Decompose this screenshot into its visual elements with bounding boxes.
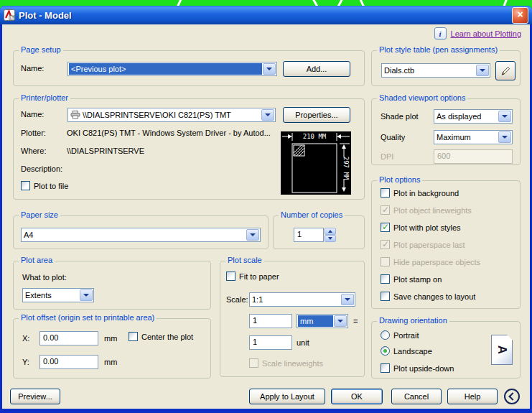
fewer-options-button[interactable] — [504, 389, 520, 404]
plot-style-value: Dials.ctb — [382, 64, 475, 77]
spin-down-icon[interactable] — [325, 235, 336, 242]
learn-about-plotting-link[interactable]: Learn about Plotting — [451, 29, 521, 38]
plot-offset-group-title: Plot offset (origin set to printable are… — [19, 313, 157, 322]
checkbox-box[interactable] — [21, 181, 30, 190]
add-page-setup-button[interactable]: Add... — [283, 61, 350, 77]
portrait-label: Portrait — [393, 331, 419, 340]
paper-unit-select[interactable]: mm — [297, 314, 348, 328]
what-to-plot-label: What to plot: — [22, 273, 67, 282]
help-button[interactable]: Help — [447, 389, 498, 404]
offset-y-label: Y: — [22, 358, 29, 366]
checkbox-box[interactable] — [381, 223, 390, 232]
printer-name-value: \\DIALSPRINTSERVE\OKI C821(PS) TMT — [83, 111, 231, 119]
spinner-buttons — [325, 228, 336, 242]
quality-select[interactable]: Maximum — [434, 130, 513, 144]
page-setup-name-label: Name: — [21, 64, 44, 73]
plot-stamp-on-checkbox[interactable]: Plot stamp on — [381, 274, 442, 284]
fit-to-paper-checkbox[interactable]: Fit to paper — [226, 272, 279, 281]
title-bar[interactable]: LT Plot - Model × — [0, 6, 532, 24]
dpi-field: 600 — [434, 149, 513, 164]
scale-select[interactable]: 1:1 — [249, 292, 355, 307]
ok-button[interactable]: OK — [331, 389, 383, 404]
info-icon[interactable]: i — [434, 27, 447, 40]
copies-stepper[interactable]: 1 — [294, 228, 336, 242]
plot-to-file-checkbox[interactable]: Plot to file — [21, 181, 68, 190]
help-link-row: i Learn about Plotting — [434, 27, 521, 40]
page-setup-group: Page setup Name: <Previous plot> Add... — [13, 50, 365, 86]
chevron-down-icon[interactable] — [263, 63, 276, 75]
quality-label: Quality — [381, 133, 405, 141]
chevron-down-icon[interactable] — [80, 289, 93, 301]
copies-value[interactable]: 1 — [294, 228, 324, 242]
drawing-units-field[interactable]: 1 — [249, 335, 292, 350]
close-icon[interactable]: × — [512, 7, 528, 24]
paper-size-group-title: Paper size — [19, 210, 60, 219]
chevron-down-icon[interactable] — [334, 315, 347, 327]
shade-plot-select[interactable]: As displayed — [434, 109, 513, 124]
what-to-plot-select[interactable]: Extents — [22, 288, 94, 302]
plot-style-select[interactable]: Dials.ctb — [381, 63, 490, 78]
checkbox-box[interactable] — [381, 292, 390, 301]
radio-dot[interactable] — [381, 346, 390, 356]
printer-properties-button[interactable]: Properties... — [283, 107, 350, 123]
checkbox-box[interactable] — [381, 363, 390, 373]
checkbox-box — [381, 240, 390, 249]
scale-lineweights-label: Scale lineweights — [262, 359, 323, 368]
dialog-body: i Learn about Plotting Page setup Name: … — [2, 24, 530, 409]
apply-to-layout-button[interactable]: Apply to Layout — [249, 389, 325, 404]
offset-y-unit: mm — [104, 358, 117, 366]
printer-name-select[interactable]: \\DIALSPRINTSERVE\OKI C821(PS) TMT — [67, 108, 276, 122]
plot-upside-down-checkbox[interactable]: Plot upside-down — [381, 363, 454, 373]
paper-size-select[interactable]: A4 — [21, 228, 261, 242]
page-setup-name-select[interactable]: <Previous plot> — [67, 62, 277, 76]
save-changes-to-layout-checkbox[interactable]: Save changes to layout — [381, 292, 475, 301]
offset-x-field[interactable]: 0.00 — [39, 331, 98, 345]
printer-name-label: Name: — [21, 110, 44, 119]
plotter-label: Plotter: — [21, 129, 46, 137]
checkbox-box[interactable] — [226, 272, 235, 281]
paper-width-dimension: 210 MM — [303, 133, 327, 140]
plot-with-plot-styles-checkbox[interactable]: Plot with plot styles — [381, 223, 461, 232]
paper-length-field[interactable]: 1 — [249, 314, 292, 328]
equals-sign: = — [353, 317, 358, 325]
orientation-page-icon: A — [491, 335, 513, 365]
plot-upside-down-label: Plot upside-down — [393, 364, 454, 373]
svg-text:LT: LT — [10, 16, 14, 20]
checkbox-box[interactable] — [381, 188, 390, 198]
preview-button[interactable]: Preview... — [10, 389, 60, 404]
landscape-radio[interactable]: Landscape — [381, 346, 432, 356]
chevron-down-icon[interactable] — [261, 109, 274, 121]
paper-height-dimension: 297 MM — [342, 157, 350, 180]
plot-offset-group: Plot offset (origin set to printable are… — [13, 318, 211, 379]
edit-plot-style-button[interactable] — [495, 61, 515, 80]
screen: LT Plot - Model × i Learn about Plotting… — [0, 0, 532, 413]
plot-in-background-checkbox[interactable]: Plot in background — [381, 188, 459, 198]
plot-options-group: Plot options Plot in background Plot obj… — [371, 180, 521, 309]
plot-area-group-title: Plot area — [19, 256, 55, 264]
cancel-button[interactable]: Cancel — [391, 389, 442, 404]
rotated-a-glyph: A — [495, 345, 509, 354]
chevron-down-icon[interactable] — [341, 294, 354, 305]
chevron-down-icon[interactable] — [498, 131, 511, 143]
portrait-radio[interactable]: Portrait — [381, 330, 419, 340]
radio-dot[interactable] — [381, 330, 390, 340]
chevron-down-icon[interactable] — [498, 111, 511, 122]
offset-x-label: X: — [22, 334, 29, 343]
page-setup-name-value: <Previous plot> — [69, 63, 262, 75]
offset-y-field[interactable]: 0.00 — [39, 355, 98, 369]
checkbox-box — [381, 205, 390, 215]
number-of-copies-group: Number of copies 1 — [273, 215, 365, 249]
spin-up-icon[interactable] — [325, 228, 336, 235]
chevron-down-icon[interactable] — [246, 229, 259, 241]
checkbox-box[interactable] — [129, 332, 138, 341]
center-the-plot-checkbox[interactable]: Center the plot — [129, 332, 193, 341]
where-value: \\DIALSPRINTSERVE — [67, 147, 144, 155]
plotter-value: OKI C821(PS) TMT - Windows System Driver… — [67, 129, 271, 137]
window-title: Plot - Model — [19, 10, 72, 21]
chevron-down-icon[interactable] — [476, 65, 489, 76]
description-label: Description: — [21, 164, 62, 173]
checkbox-box[interactable] — [381, 274, 390, 284]
plot-scale-group: Plot scale Fit to paper Scale: 1:1 1 mm … — [220, 261, 365, 377]
checkbox-label: Save changes to layout — [393, 292, 475, 301]
pencil-icon — [500, 65, 511, 76]
